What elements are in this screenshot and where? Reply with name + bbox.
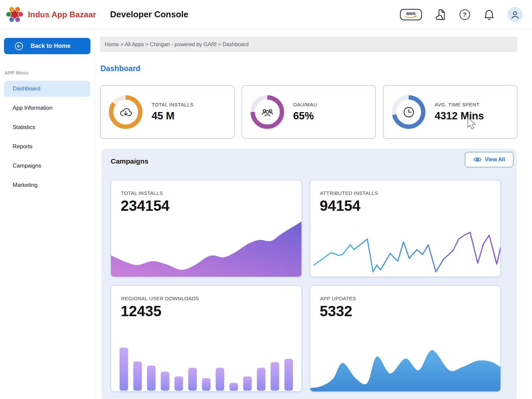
- sidebar-item-statistics[interactable]: Statistics: [4, 119, 90, 135]
- breadcrumb-text: Home > All Apps > Chingari - powered by …: [105, 42, 249, 48]
- eye-icon: [473, 156, 482, 163]
- notifications-button[interactable]: [483, 9, 495, 21]
- cloud-document-button[interactable]: [435, 9, 446, 21]
- chart-card-label: TOTAL INSTALLS: [121, 190, 163, 196]
- back-to-home-label: Back to Home: [31, 43, 70, 50]
- main-content: Home > All Apps > Chingari - powered by …: [95, 29, 532, 399]
- sidebar-item-dashboard[interactable]: Dashboard: [4, 81, 90, 97]
- chart-card-value: 94154: [320, 198, 360, 214]
- help-button[interactable]: ?: [459, 9, 471, 21]
- card-regional-downloads-chart: REGIONAL USER DOWNLOADS 12435: [111, 285, 302, 392]
- view-all-button[interactable]: View All: [465, 152, 513, 167]
- arrow-left-circle-icon: [15, 42, 23, 51]
- app-updates-area-chart: [310, 286, 501, 391]
- svg-text:aws: aws: [406, 10, 416, 16]
- chart-card-label: APP UPDATES: [320, 296, 356, 301]
- sidebar-item-reports[interactable]: Reports: [4, 139, 90, 155]
- brand-logo-icon: [5, 5, 24, 24]
- breadcrumb[interactable]: Home > All Apps > Chingari - powered by …: [100, 37, 517, 52]
- card-attributed-installs-chart: ATTRIBUTED INSTALLS 94154: [310, 180, 501, 277]
- user-icon: [510, 10, 520, 20]
- view-all-label: View All: [485, 157, 505, 163]
- sidebar-item-label: Marketing: [13, 182, 38, 189]
- kpi-value: 4312 Mins: [435, 110, 484, 122]
- campaigns-title: Campaigns: [111, 157, 148, 165]
- campaigns-grid: TOTAL INSTALLS 234154 ATTRIBUTED INSTALL…: [111, 180, 501, 392]
- svg-text:?: ?: [463, 12, 466, 18]
- campaigns-panel: Campaigns View All TOTAL INSTALLS 234154: [101, 149, 517, 399]
- chart-card-label: ATTRIBUTED INSTALLS: [320, 190, 378, 196]
- kpi-row: TOTAL INSTALLS 45 M DAU/MAU 65% AVG. TIM…: [100, 85, 517, 139]
- aws-logo-icon: aws: [400, 9, 422, 21]
- kpi-card-dau-mau: DAU/MAU 65%: [242, 85, 376, 139]
- kpi-label: DAU/MAU: [293, 102, 317, 107]
- kpi-label: AVG. TIME SPENT: [435, 102, 484, 107]
- card-app-updates-chart: APP UPDATES 5332: [310, 285, 501, 392]
- sidebar-item-marketing[interactable]: Marketing: [4, 177, 90, 193]
- sidebar-item-campaigns[interactable]: Campaigns: [4, 158, 90, 174]
- app-menu-label: APP Menu: [5, 70, 90, 75]
- dau-mau-donut: [250, 95, 285, 129]
- bell-icon: [483, 9, 495, 21]
- back-to-home-button[interactable]: Back to Home: [4, 38, 90, 54]
- help-icon: ?: [459, 9, 471, 21]
- sidebar-item-label: Campaigns: [13, 163, 41, 169]
- chart-card-value: 5332: [320, 303, 352, 320]
- avatar: [507, 7, 523, 22]
- app-header: Indus App Bazaar Developer Console aws ?: [0, 0, 532, 29]
- kpi-value: 65%: [293, 110, 317, 122]
- sidebar-item-app-information[interactable]: App Information: [4, 100, 90, 116]
- kpi-card-total-installs: TOTAL INSTALLS 45 M: [100, 85, 234, 139]
- sidebar-item-label: Reports: [13, 143, 33, 150]
- sidebar-item-label: App Information: [13, 105, 53, 111]
- total-installs-donut: [108, 95, 143, 129]
- page-app-title: Developer Console: [110, 9, 189, 20]
- chart-card-value: 12435: [121, 303, 161, 320]
- sidebar-item-label: Dashboard: [13, 85, 40, 92]
- chart-card-label: REGIONAL USER DOWNLOADS: [121, 296, 199, 301]
- profile-button[interactable]: [507, 7, 523, 22]
- kpi-label: TOTAL INSTALLS: [152, 102, 194, 107]
- aws-badge[interactable]: aws: [400, 9, 422, 21]
- brand-name: Indus App Bazaar: [28, 10, 96, 19]
- kpi-card-avg-time-spent: AVG. TIME SPENT 4312 Mins: [383, 85, 517, 139]
- sidebar: Back to Home APP Menu Dashboard App Info…: [0, 29, 95, 399]
- brand: Indus App Bazaar: [5, 5, 96, 24]
- page-title: Dashboard: [100, 64, 517, 73]
- card-total-installs-chart: TOTAL INSTALLS 234154: [111, 180, 302, 277]
- chart-card-value: 234154: [121, 198, 170, 214]
- sidebar-item-label: Statistics: [13, 124, 35, 131]
- cloud-document-icon: [435, 9, 446, 21]
- kpi-value: 45 M: [152, 110, 194, 122]
- avg-time-spent-donut: [391, 95, 426, 129]
- regional-downloads-bar-chart: [111, 286, 302, 391]
